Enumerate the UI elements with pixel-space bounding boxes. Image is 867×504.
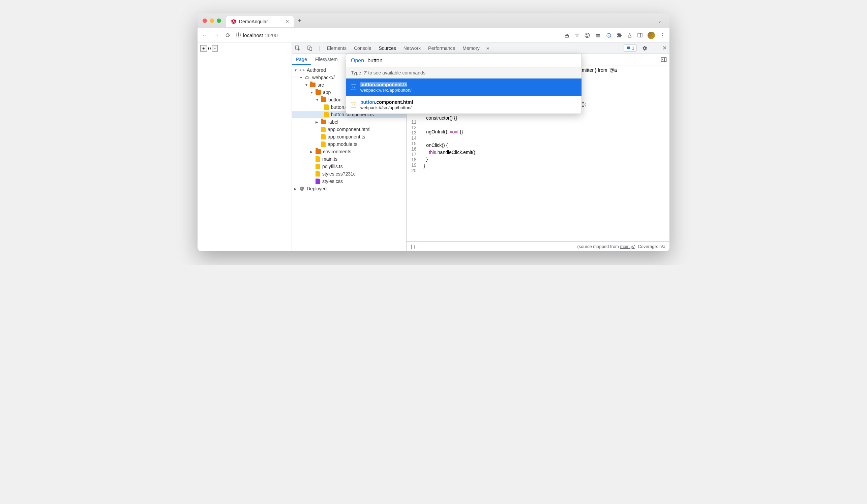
tree-environments[interactable]: ▶environments	[292, 148, 406, 155]
tree-label-folder[interactable]: ▶label	[292, 118, 406, 126]
extensions-puzzle-icon[interactable]	[617, 32, 622, 38]
svg-point-5	[598, 35, 600, 37]
source-map-link[interactable]: main.js	[620, 244, 634, 249]
tab-title: DemoAngular	[239, 19, 268, 24]
palette-input[interactable]	[367, 58, 577, 64]
palette-result-1[interactable]: ⟨⟩ button.component.html webpack:///src/…	[346, 96, 581, 113]
extension-incognito-icon[interactable]	[595, 32, 601, 39]
reload-button[interactable]: ⟳	[225, 32, 231, 39]
url-port: :4200	[265, 32, 278, 38]
browser-tab[interactable]: DemoAngular ×	[226, 16, 293, 27]
tree-app-ts[interactable]: app.component.ts	[292, 133, 406, 141]
browser-window: DemoAngular × + ⌄ ← → ⟳ ⓘ localhost:4200…	[197, 13, 670, 251]
tab-memory[interactable]: Memory	[462, 43, 480, 53]
tab-elements[interactable]: Elements	[326, 43, 347, 53]
site-info-icon[interactable]: ⓘ	[236, 32, 241, 39]
bookmark-star-icon[interactable]: ☆	[575, 32, 579, 39]
command-palette: Open Type '?' to see available commands …	[346, 54, 582, 114]
palette-hint: Type '?' to see available commands	[346, 67, 581, 78]
content-area: + 0 - | Elements Console Sources Network…	[197, 42, 670, 251]
side-panel-icon[interactable]	[637, 32, 643, 38]
tree-main-ts[interactable]: main.ts	[292, 155, 406, 163]
toolbar-icons: ☆ ⋮	[564, 32, 665, 39]
tree-polyfills[interactable]: polyfills.ts	[292, 163, 406, 170]
devtools-menu-icon[interactable]: ⋮	[652, 45, 658, 51]
editor-statusbar: { } (source mapped from main.js) Coverag…	[407, 241, 670, 251]
new-tab-button[interactable]: +	[298, 17, 302, 25]
window-controls	[203, 19, 221, 23]
counter-plus-button[interactable]: +	[200, 45, 207, 52]
settings-gear-icon[interactable]	[642, 45, 647, 51]
svg-point-2	[586, 34, 587, 35]
palette-open-label: Open	[351, 58, 364, 64]
sources-tab-page[interactable]: Page	[292, 54, 311, 65]
angular-icon	[231, 19, 236, 24]
svg-rect-11	[310, 47, 312, 51]
close-devtools-icon[interactable]: ✕	[662, 45, 667, 51]
issues-badge[interactable]: 1	[624, 44, 637, 52]
url-bar: ← → ⟳ ⓘ localhost:4200 ☆	[197, 28, 670, 42]
tree-app-html[interactable]: app.component.html	[292, 126, 406, 133]
address-field[interactable]: ⓘ localhost:4200	[236, 32, 559, 39]
counter-value: 0	[208, 46, 211, 51]
tree-styles[interactable]: styles.css	[292, 177, 406, 185]
devtools-toolbar: | Elements Console Sources Network Perfo…	[292, 42, 670, 54]
inspect-element-icon[interactable]	[295, 45, 301, 51]
coverage-label: Coverage: n/a	[638, 244, 665, 249]
tab-sources[interactable]: Sources	[378, 43, 396, 53]
tab-console[interactable]: Console	[353, 43, 372, 53]
tab-network[interactable]: Network	[403, 43, 421, 53]
tab-performance[interactable]: Performance	[427, 43, 456, 53]
svg-point-4	[596, 35, 598, 37]
editor-toggle-sidebar-icon[interactable]	[661, 57, 667, 62]
close-window-button[interactable]	[203, 19, 207, 23]
issues-count: 1	[632, 45, 634, 51]
extension-face-icon[interactable]	[584, 32, 590, 39]
close-tab-icon[interactable]: ×	[286, 19, 289, 25]
url-host: localhost	[243, 32, 263, 38]
svg-rect-12	[661, 58, 666, 62]
forward-button[interactable]: →	[213, 32, 220, 39]
minimize-window-button[interactable]	[210, 19, 214, 23]
file-script-icon: ⟨⟩	[351, 85, 356, 90]
device-toggle-icon[interactable]	[307, 45, 313, 51]
maximize-window-button[interactable]	[217, 19, 221, 23]
tree-styles-q[interactable]: styles.css?231c	[292, 170, 406, 177]
devtools-panel: | Elements Console Sources Network Perfo…	[292, 42, 670, 251]
counter-minus-button[interactable]: -	[212, 45, 217, 52]
share-icon[interactable]	[564, 32, 570, 38]
svg-point-3	[588, 34, 589, 35]
tab-list-caret-icon[interactable]: ⌄	[655, 18, 664, 24]
svg-point-1	[585, 33, 590, 38]
extension-circle-icon[interactable]	[606, 32, 612, 39]
labs-flask-icon[interactable]	[627, 32, 632, 39]
pretty-print-icon[interactable]: { }	[410, 244, 415, 249]
svg-rect-7	[638, 33, 642, 37]
palette-result-0[interactable]: ⟨⟩ button.component.ts webpack:///src/ap…	[346, 78, 581, 96]
tree-deployed[interactable]: ▶Deployed	[292, 185, 406, 193]
more-tabs-icon[interactable]: »	[486, 45, 490, 51]
tree-app-module[interactable]: app.module.ts	[292, 141, 406, 148]
devtools-body: Page Filesystem ▼</>Authored ▼webpack://…	[292, 54, 670, 251]
sources-tab-filesystem[interactable]: Filesystem	[311, 54, 342, 65]
profile-avatar[interactable]	[647, 32, 655, 39]
back-button[interactable]: ←	[202, 32, 208, 39]
chrome-menu-icon[interactable]: ⋮	[660, 32, 665, 39]
titlebar: DemoAngular × + ⌄	[197, 13, 670, 28]
page-viewport: + 0 -	[197, 42, 292, 251]
file-script-icon: ⟨⟩	[351, 102, 356, 108]
